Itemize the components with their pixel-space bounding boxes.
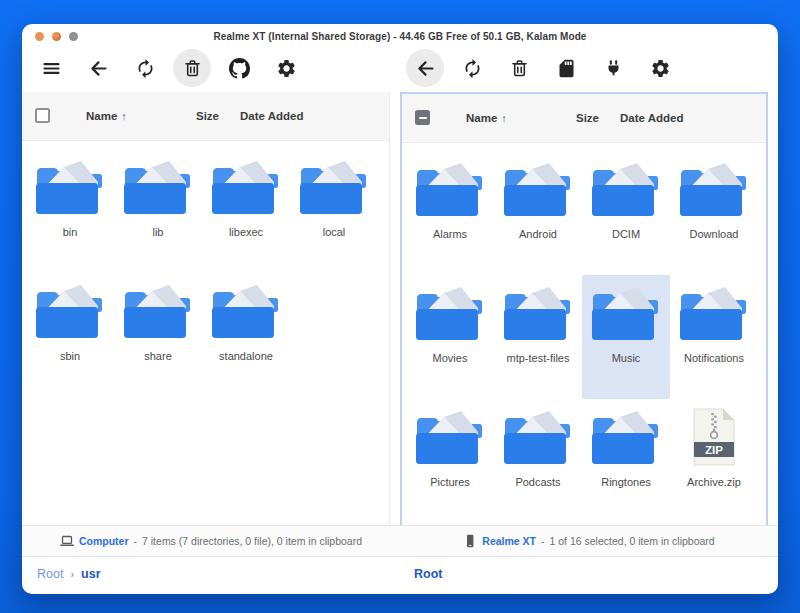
delete-button-device[interactable] <box>500 49 538 87</box>
column-header-name[interactable]: Name↑ <box>466 112 507 124</box>
breadcrumb-device: Root <box>414 567 442 581</box>
folder-icon <box>414 160 486 218</box>
file-item-alarms[interactable]: Alarms <box>406 151 494 275</box>
file-item-share[interactable]: share <box>114 273 202 397</box>
chevron-right-icon: › <box>70 568 74 580</box>
local-device-link[interactable]: Computer <box>79 535 129 547</box>
sd-card-icon <box>556 58 577 79</box>
select-all-checkbox-local[interactable] <box>35 108 50 123</box>
folder-icon <box>590 284 662 342</box>
delete-button-local[interactable] <box>173 49 211 87</box>
refresh-button-device[interactable] <box>453 49 491 87</box>
refresh-icon <box>135 58 156 79</box>
gear-icon <box>650 58 671 79</box>
folder-icon <box>122 282 194 340</box>
file-item-label: Download <box>690 228 739 240</box>
breadcrumb-bar: Root › usr Root <box>22 557 778 594</box>
file-item-label: sbin <box>60 350 80 362</box>
file-item-download[interactable]: Download <box>670 151 758 275</box>
back-button-local[interactable] <box>79 49 117 87</box>
trash-icon <box>509 58 530 79</box>
sort-ascending-icon: ↑ <box>121 110 127 122</box>
back-arrow-icon <box>415 58 436 79</box>
file-item-podcasts[interactable]: Podcasts <box>494 399 582 523</box>
column-header-date-added[interactable]: Date Added <box>620 112 683 124</box>
column-header-date-added[interactable]: Date Added <box>240 110 303 122</box>
app-window: Realme XT (Internal Shared Storage) - 44… <box>22 24 778 594</box>
column-header-size[interactable]: Size <box>576 112 599 124</box>
file-item-archive-zip[interactable]: Archive.zip <box>670 399 758 523</box>
folder-icon <box>414 408 486 466</box>
file-item-dcim[interactable]: DCIM <box>582 151 670 275</box>
usb-plug-icon <box>603 58 624 79</box>
file-item-libexec[interactable]: libexec <box>202 149 290 273</box>
file-item-label: Pictures <box>430 476 470 488</box>
file-item-standalone[interactable]: standalone <box>202 273 290 397</box>
status-separator: - <box>134 535 138 547</box>
file-item-notifications[interactable]: Notifications <box>670 275 758 399</box>
breadcrumb-root-link[interactable]: Root <box>414 567 442 581</box>
window-title: Realme XT (Internal Shared Storage) - 44… <box>22 31 778 42</box>
file-item-label: Notifications <box>684 352 744 364</box>
menu-button[interactable] <box>32 49 70 87</box>
settings-button-local[interactable] <box>267 49 305 87</box>
file-item-sbin[interactable]: sbin <box>26 273 114 397</box>
settings-button-device[interactable] <box>641 49 679 87</box>
title-bar: Realme XT (Internal Shared Storage) - 44… <box>22 24 778 46</box>
file-item-local[interactable]: local <box>290 149 378 273</box>
file-item-label: bin <box>63 226 78 238</box>
folder-icon <box>590 160 662 218</box>
breadcrumb-local: Root › usr <box>37 567 101 581</box>
file-item-movies[interactable]: Movies <box>406 275 494 399</box>
zip-file-icon <box>689 408 739 466</box>
file-item-label: DCIM <box>612 228 640 240</box>
file-item-pictures[interactable]: Pictures <box>406 399 494 523</box>
local-pane: Name↑ Size Date Added bin lib libexec <box>22 92 390 525</box>
toolbar <box>22 46 778 92</box>
computer-icon <box>60 534 74 548</box>
device-status-text: 1 of 16 selected, 0 item in clipboard <box>550 535 715 547</box>
device-status: Realme XT - 1 of 16 selected, 0 item in … <box>400 526 778 556</box>
breadcrumb-current-folder[interactable]: usr <box>81 567 100 581</box>
folder-icon <box>34 282 106 340</box>
file-item-label: Ringtones <box>601 476 651 488</box>
storage-select-button[interactable] <box>547 49 585 87</box>
gear-icon <box>276 58 297 79</box>
back-button-device[interactable] <box>406 49 444 87</box>
github-icon <box>229 58 250 79</box>
file-item-mtp-test-files[interactable]: mtp-test-files <box>494 275 582 399</box>
column-header-name[interactable]: Name↑ <box>86 110 127 122</box>
file-item-label: libexec <box>229 226 263 238</box>
file-item-music-selected[interactable]: Music <box>582 275 670 399</box>
file-item-bin[interactable]: bin <box>26 149 114 273</box>
device-link[interactable]: Realme XT <box>482 535 536 547</box>
folder-icon <box>210 282 282 340</box>
local-status-text: 7 items (7 directories, 0 file), 0 item … <box>142 535 362 547</box>
file-item-android[interactable]: Android <box>494 151 582 275</box>
column-header-size[interactable]: Size <box>196 110 219 122</box>
file-item-ringtones[interactable]: Ringtones <box>582 399 670 523</box>
breadcrumb-root-link[interactable]: Root <box>37 567 63 581</box>
file-item-label: mtp-test-files <box>507 352 570 364</box>
local-file-grid: bin lib libexec local sbin <box>22 141 389 397</box>
refresh-button-local[interactable] <box>126 49 164 87</box>
file-item-lib[interactable]: lib <box>114 149 202 273</box>
device-file-grid: Alarms Android DCIM Download Movies <box>402 143 766 523</box>
github-button[interactable] <box>220 49 258 87</box>
folder-icon <box>210 158 282 216</box>
folder-icon <box>590 408 662 466</box>
file-item-label: Alarms <box>433 228 467 240</box>
folder-icon <box>414 284 486 342</box>
usb-connection-button[interactable] <box>594 49 632 87</box>
select-all-checkbox-device[interactable] <box>415 110 430 125</box>
folder-icon <box>502 284 574 342</box>
menu-icon <box>41 58 62 79</box>
file-item-label: Android <box>519 228 557 240</box>
file-item-label: local <box>323 226 346 238</box>
device-pane: Name↑ Size Date Added Alarms Android DCI… <box>400 92 768 527</box>
file-item-label: Music <box>612 352 641 364</box>
sort-ascending-icon: ↑ <box>501 112 507 124</box>
refresh-icon <box>462 58 483 79</box>
folder-icon <box>678 284 750 342</box>
device-list-header: Name↑ Size Date Added <box>402 94 766 143</box>
